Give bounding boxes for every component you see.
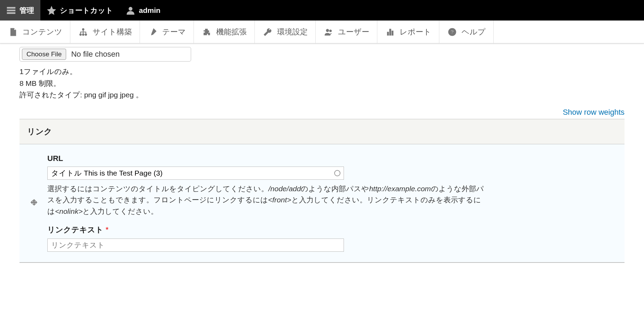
link-fields: URL 選択するにはコンテンツのタイトルをタイピングしてください。/node/a… — [47, 154, 617, 252]
links-section-header: リンク — [19, 119, 625, 144]
url-input[interactable] — [47, 167, 344, 180]
file-help-line3: 許可されたタイプ: png gif jpg jpeg 。 — [19, 89, 625, 101]
svg-rect-12 — [392, 31, 393, 35]
link-text-field: リンクテキスト * — [47, 225, 617, 252]
url-field: URL 選択するにはコンテンツのタイトルをタイピングしてください。/node/a… — [47, 154, 617, 217]
link-text-input[interactable] — [47, 239, 344, 252]
svg-text:?: ? — [450, 29, 454, 35]
move-icon — [30, 199, 38, 207]
tab-structure-label: サイト構築 — [93, 27, 132, 37]
sitemap-icon — [78, 27, 88, 37]
svg-rect-0 — [7, 7, 15, 8]
wrench-icon — [262, 27, 273, 37]
tab-people-label: ユーザー — [338, 27, 369, 37]
file-upload-field: Choose File No file chosen 1ファイルのみ。 8 MB… — [19, 47, 625, 101]
link-text-label: リンクテキスト * — [47, 225, 617, 235]
tab-reports-label: レポート — [400, 27, 431, 37]
autocomplete-icon — [334, 170, 340, 176]
file-chooser[interactable]: Choose File No file chosen — [19, 47, 191, 62]
topbar-manage-label: 管理 — [19, 6, 34, 15]
tab-appearance[interactable]: テーマ — [140, 21, 194, 43]
links-section: リンク URL 選択するにはコンテンツのタイトルをタイピングしてください。/no… — [19, 119, 625, 263]
show-row-weights-link[interactable]: Show row weights — [563, 108, 625, 116]
help-icon: ? — [447, 27, 457, 37]
tab-structure[interactable]: サイト構築 — [70, 21, 140, 43]
url-description: 選択するにはコンテンツのタイトルをタイピングしてください。/node/addのよ… — [47, 183, 486, 217]
topbar-shortcuts[interactable]: ショートカット — [40, 0, 119, 21]
admin-topbar: 管理 ショートカット admin — [0, 0, 644, 21]
svg-point-7 — [85, 33, 87, 35]
tab-extend[interactable]: 機能拡張 — [194, 21, 255, 43]
topbar-manage[interactable]: 管理 — [0, 0, 40, 21]
tab-appearance-label: テーマ — [162, 27, 186, 37]
people-icon — [323, 27, 334, 37]
svg-rect-11 — [390, 29, 391, 35]
svg-rect-10 — [387, 32, 388, 35]
brush-icon — [148, 27, 158, 37]
admin-menu-tabs: コンテンツ サイト構築 テーマ 機能拡張 環境設定 ユーザー レポート ? ヘル… — [0, 21, 644, 43]
tab-config[interactable]: 環境設定 — [255, 21, 316, 43]
puzzle-icon — [202, 27, 212, 37]
svg-point-9 — [329, 30, 331, 32]
tab-help-label: ヘルプ — [462, 27, 486, 37]
hamburger-icon — [6, 6, 16, 15]
drag-handle[interactable] — [27, 199, 41, 207]
tab-content-label: コンテンツ — [22, 27, 62, 37]
row-weights-toggle: Show row weights — [19, 108, 625, 117]
bar-chart-icon — [385, 27, 395, 37]
required-star: * — [105, 225, 109, 234]
tab-reports[interactable]: レポート — [377, 21, 439, 43]
svg-rect-1 — [7, 10, 15, 11]
tab-content[interactable]: コンテンツ — [0, 21, 70, 43]
content-area: Choose File No file chosen 1ファイルのみ。 8 MB… — [0, 43, 644, 277]
url-label: URL — [47, 154, 617, 163]
topbar-user-label: admin — [139, 6, 160, 15]
file-help-line1: 1ファイルのみ。 — [19, 66, 625, 78]
svg-point-8 — [326, 29, 329, 32]
file-help-line2: 8 MB 制限。 — [19, 78, 625, 89]
topbar-user[interactable]: admin — [119, 0, 167, 21]
svg-point-6 — [82, 33, 84, 35]
svg-point-5 — [80, 33, 81, 35]
file-upload-help: 1ファイルのみ。 8 MB 制限。 許可されたタイプ: png gif jpg … — [19, 66, 625, 101]
choose-file-button[interactable]: Choose File — [22, 49, 66, 60]
tab-extend-label: 機能拡張 — [216, 27, 247, 37]
tab-help[interactable]: ? ヘルプ — [439, 21, 494, 43]
topbar-shortcuts-label: ショートカット — [60, 6, 113, 15]
links-section-body: URL 選択するにはコンテンツのタイトルをタイピングしてください。/node/a… — [19, 144, 625, 263]
tab-people[interactable]: ユーザー — [316, 21, 377, 43]
page-icon — [8, 27, 18, 37]
svg-rect-2 — [7, 12, 15, 14]
tab-config-label: 環境設定 — [277, 27, 308, 37]
file-chosen-text: No file chosen — [71, 50, 119, 59]
star-icon — [47, 6, 56, 15]
svg-point-3 — [129, 7, 132, 10]
svg-point-4 — [82, 28, 84, 30]
user-icon — [126, 6, 135, 15]
